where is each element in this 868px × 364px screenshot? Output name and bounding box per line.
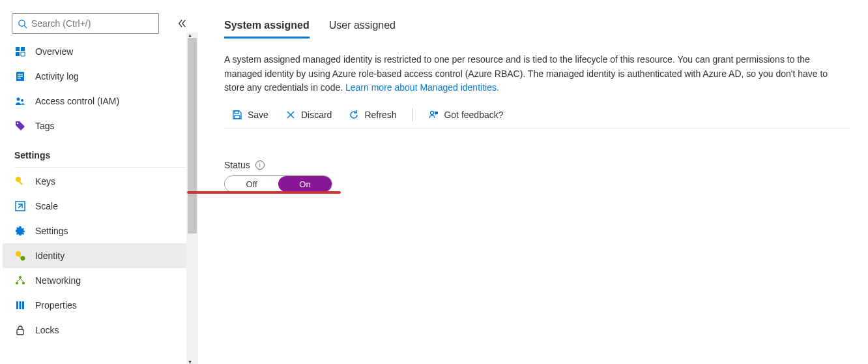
save-button[interactable]: Save	[224, 107, 276, 123]
sidebar-scrollbar[interactable]: ▴ ▾	[186, 33, 198, 364]
sidebar-item-label: Scale	[35, 201, 58, 211]
svg-point-11	[21, 99, 23, 102]
settings-gear-icon	[14, 226, 26, 236]
toolbar-label: Refresh	[364, 110, 396, 120]
svg-rect-30	[235, 115, 240, 119]
svg-rect-4	[16, 52, 20, 56]
collapse-sidebar-icon[interactable]	[177, 19, 186, 28]
sidebar-item-locks[interactable]: Locks	[3, 318, 198, 342]
sidebar-item-tags[interactable]: Tags	[3, 114, 198, 138]
sidebar-section-settings: Settings	[3, 138, 198, 164]
keys-icon	[14, 176, 26, 187]
status-toggle-off[interactable]: Off	[225, 176, 278, 192]
svg-point-20	[19, 276, 22, 279]
lock-icon	[14, 325, 26, 335]
svg-rect-27	[22, 301, 24, 309]
svg-point-21	[16, 282, 18, 284]
svg-rect-25	[16, 301, 18, 309]
scrollbar-thumb[interactable]	[188, 38, 197, 234]
sidebar-item-label: Access control (IAM)	[35, 96, 119, 106]
svg-point-13	[16, 177, 21, 182]
learn-more-link[interactable]: Learn more about Managed identities.	[345, 82, 499, 93]
svg-rect-28	[17, 329, 23, 335]
identity-tabs: System assigned User assigned	[224, 20, 850, 38]
status-label: Status	[224, 160, 250, 170]
section-divider	[14, 167, 186, 168]
toolbar-label: Got feedback?	[444, 110, 503, 120]
svg-point-17	[16, 251, 21, 256]
identity-icon	[14, 250, 26, 261]
sidebar-item-scale[interactable]: Scale	[3, 194, 198, 219]
sidebar-item-access-control[interactable]: Access control (IAM)	[3, 89, 198, 114]
sidebar-item-label: Identity	[35, 250, 65, 261]
svg-point-19	[21, 256, 25, 261]
sidebar-item-label: Properties	[35, 300, 77, 311]
main-content: System assigned User assigned A system a…	[198, 0, 868, 364]
sidebar-item-label: Tags	[35, 121, 55, 131]
sidebar-item-overview[interactable]: Overview	[3, 39, 198, 64]
search-box[interactable]	[12, 13, 159, 34]
refresh-icon	[349, 110, 359, 120]
svg-point-12	[17, 123, 18, 124]
sidebar-item-label: Settings	[35, 226, 68, 236]
sidebar-item-networking[interactable]: Networking	[3, 268, 198, 293]
svg-rect-7	[18, 74, 23, 75]
overview-icon	[14, 46, 26, 57]
svg-line-24	[20, 279, 23, 282]
svg-rect-14	[18, 181, 23, 185]
feedback-button[interactable]: Got feedback?	[420, 107, 511, 123]
identity-description: A system assigned managed identity is re…	[224, 53, 837, 95]
svg-point-10	[17, 98, 20, 101]
feedback-icon	[428, 110, 439, 120]
tags-icon	[14, 121, 26, 131]
discard-button[interactable]: Discard	[278, 107, 340, 123]
svg-rect-26	[20, 301, 22, 309]
sidebar-item-label: Networking	[35, 275, 81, 286]
refresh-button[interactable]: Refresh	[341, 107, 404, 123]
toolbar-separator	[412, 108, 412, 121]
save-icon	[232, 110, 242, 120]
svg-rect-3	[21, 47, 25, 51]
annotation-underline	[187, 191, 341, 194]
sidebar-item-keys[interactable]: Keys	[3, 169, 198, 194]
scale-icon	[14, 201, 26, 211]
access-control-icon	[14, 96, 26, 106]
toolbar-label: Discard	[301, 110, 332, 120]
svg-rect-8	[18, 76, 23, 77]
sidebar-item-settings[interactable]: Settings	[3, 219, 198, 243]
status-label-row: Status i	[224, 160, 850, 170]
sidebar: Overview Activity log Access control (IA…	[0, 0, 198, 364]
activity-log-icon	[14, 71, 26, 82]
svg-line-23	[17, 279, 20, 282]
tab-user-assigned[interactable]: User assigned	[329, 20, 396, 38]
svg-rect-9	[18, 78, 21, 79]
search-icon	[18, 19, 27, 29]
svg-point-22	[22, 282, 25, 284]
svg-point-0	[19, 20, 25, 25]
svg-rect-5	[21, 52, 25, 56]
sidebar-item-properties[interactable]: Properties	[3, 293, 198, 318]
scroll-down-arrow-icon[interactable]: ▾	[188, 358, 192, 364]
svg-rect-29	[235, 111, 239, 114]
svg-rect-2	[16, 47, 20, 51]
svg-line-1	[24, 25, 27, 28]
sidebar-item-identity[interactable]: Identity	[3, 243, 198, 268]
sidebar-nav: Overview Activity log Access control (IA…	[0, 39, 198, 364]
sidebar-item-label: Keys	[35, 176, 55, 187]
search-input[interactable]	[31, 18, 153, 29]
status-toggle-on[interactable]: On	[278, 176, 332, 192]
svg-line-16	[18, 204, 22, 208]
properties-icon	[14, 300, 26, 311]
sidebar-item-activity-log[interactable]: Activity log	[3, 64, 198, 89]
sidebar-search-row	[0, 13, 198, 39]
networking-icon	[14, 275, 26, 286]
info-icon[interactable]: i	[255, 160, 265, 170]
description-text: A system assigned managed identity is re…	[224, 54, 828, 93]
tab-system-assigned[interactable]: System assigned	[224, 20, 310, 38]
discard-icon	[285, 110, 296, 120]
toolbar-label: Save	[248, 110, 268, 120]
toolbar: Save Discard Refresh Got feedback?	[224, 107, 850, 129]
status-toggle[interactable]: Off On	[224, 175, 332, 192]
sidebar-item-label: Locks	[35, 325, 59, 335]
svg-point-33	[431, 112, 434, 115]
